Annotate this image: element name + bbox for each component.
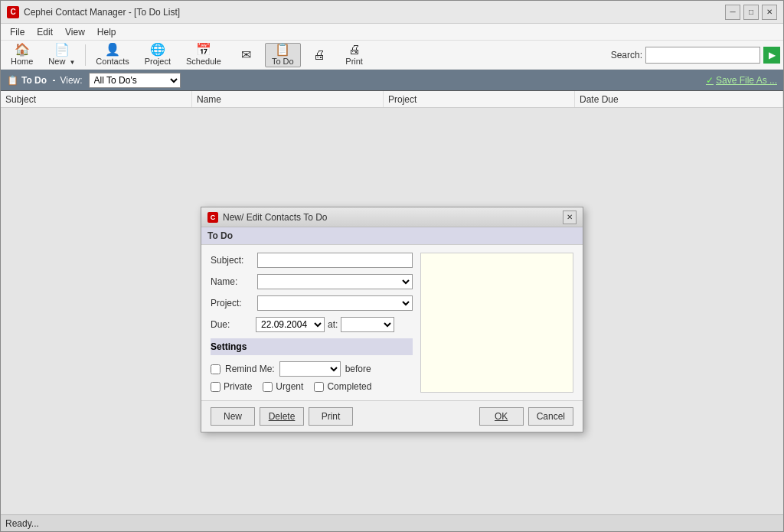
before-label: before xyxy=(345,364,371,374)
new-button[interactable]: 📄 New ▼ xyxy=(41,43,82,67)
private-label: Private xyxy=(224,381,252,392)
dialog-title: New/ Edit Contacts To Do xyxy=(223,212,563,223)
name-row: Name: xyxy=(211,274,413,289)
due-label: Due: xyxy=(211,319,253,330)
contacts-button[interactable]: 👤 Contacts xyxy=(89,43,136,67)
todo-button[interactable]: 📋 To Do xyxy=(265,43,301,67)
list-area: C New/ Edit Contacts To Do ✕ To Do Subje… xyxy=(1,108,783,531)
schedule-button[interactable]: 📅 Schedule xyxy=(179,43,228,67)
dialog-form: Subject: Name: xyxy=(211,253,413,393)
printer-icon: 🖨 xyxy=(313,49,325,61)
menu-edit[interactable]: Edit xyxy=(31,25,59,39)
completed-option: Completed xyxy=(314,381,371,392)
dialog-body: Subject: Name: xyxy=(201,245,583,400)
at-time-select[interactable] xyxy=(341,317,394,332)
save-file-button[interactable]: ✓ Save File As ... xyxy=(706,75,777,86)
contacts-label: Contacts xyxy=(96,57,129,66)
home-label: Home xyxy=(11,57,33,66)
project-row: Project: xyxy=(211,295,413,311)
options-row: Private Urgent Completed xyxy=(211,381,413,392)
settings-section-header: Settings xyxy=(211,338,413,355)
print-button[interactable]: Print xyxy=(309,407,353,426)
window-controls: ─ □ ✕ xyxy=(725,5,777,20)
home-icon: 🏠 xyxy=(15,44,30,56)
new-button[interactable]: New xyxy=(211,407,255,426)
col-date-due: Date Due xyxy=(575,91,783,107)
main-content: C New/ Edit Contacts To Do ✕ To Do Subje… xyxy=(1,108,783,531)
column-headers: Subject Name Project Date Due xyxy=(1,91,783,108)
remind-label: Remind Me: xyxy=(225,364,275,374)
menu-bar: File Edit View Help xyxy=(1,24,783,41)
view-bar: 📋 To Do - View: All To Do's ✓ Save File … xyxy=(1,70,783,91)
at-label: at: xyxy=(328,319,338,330)
project-label: Project xyxy=(145,57,171,66)
subject-row: Subject: xyxy=(211,253,413,268)
search-input[interactable] xyxy=(645,47,760,64)
subject-label: Subject: xyxy=(211,255,253,266)
home-button[interactable]: 🏠 Home xyxy=(4,43,40,67)
schedule-icon: 📅 xyxy=(196,44,211,56)
name-select[interactable] xyxy=(257,274,413,289)
notes-container xyxy=(420,253,573,393)
project-button[interactable]: 🌐 Project xyxy=(138,43,178,67)
view-select[interactable]: All To Do's xyxy=(89,73,181,88)
search-area: Search: ▶ xyxy=(611,47,780,64)
view-bar-title: 📋 To Do - xyxy=(7,75,55,86)
search-label: Search: xyxy=(611,50,642,60)
subject-input[interactable] xyxy=(257,253,413,268)
col-project: Project xyxy=(384,91,575,107)
close-button[interactable]: ✕ xyxy=(762,5,777,20)
title-bar: C Cephei Contact Manager - [To Do List] … xyxy=(1,1,783,24)
window-title: Cephei Contact Manager - [To Do List] xyxy=(24,7,725,18)
project-icon: 🌐 xyxy=(150,44,165,56)
todo-section-header: To Do xyxy=(201,227,583,245)
due-date-select[interactable]: 22.09.2004 xyxy=(256,317,325,332)
app-icon: C xyxy=(7,6,19,18)
search-go-button[interactable]: ▶ xyxy=(763,47,780,64)
print-icon: 🖨 xyxy=(348,44,361,56)
print-button[interactable]: 🖨 Print xyxy=(338,43,371,67)
app-window: C Cephei Contact Manager - [To Do List] … xyxy=(0,0,784,532)
due-row: Due: 22.09.2004 at: xyxy=(211,317,413,332)
contacts-icon: 👤 xyxy=(105,44,120,56)
maximize-button[interactable]: □ xyxy=(743,5,759,20)
urgent-label: Urgent xyxy=(276,381,303,392)
minimize-button[interactable]: ─ xyxy=(725,5,740,20)
todo-label: To Do xyxy=(272,57,294,66)
remind-row: Remind Me: before xyxy=(211,361,413,377)
urgent-option: Urgent xyxy=(263,381,303,392)
ok-button[interactable]: OK xyxy=(479,407,524,426)
envelope-icon: ✉ xyxy=(241,49,251,61)
urgent-checkbox[interactable] xyxy=(263,382,273,392)
separator-1 xyxy=(85,44,86,66)
menu-view[interactable]: View xyxy=(59,25,91,39)
print-label: Print xyxy=(345,57,363,66)
col-subject: Subject xyxy=(1,91,192,107)
notes-textarea[interactable] xyxy=(420,253,573,393)
new-label: New ▼ xyxy=(48,57,75,66)
project-select[interactable] xyxy=(257,295,413,311)
col-name: Name xyxy=(192,91,384,107)
envelope-button[interactable]: ✉ xyxy=(230,43,263,67)
dialog: C New/ Edit Contacts To Do ✕ To Do Subje… xyxy=(201,207,583,432)
new-icon: 📄 xyxy=(54,44,70,56)
name-label: Name: xyxy=(211,276,253,287)
delete-button[interactable]: Delete xyxy=(260,407,304,426)
remind-checkbox[interactable] xyxy=(211,364,220,374)
menu-file[interactable]: File xyxy=(4,25,31,39)
todo-icon: 📋 xyxy=(275,44,290,56)
cancel-button[interactable]: Cancel xyxy=(528,407,573,426)
private-checkbox[interactable] xyxy=(211,382,220,392)
project-label: Project: xyxy=(211,298,253,308)
completed-label: Completed xyxy=(327,381,371,392)
todo-list-icon: 📋 xyxy=(7,75,18,86)
dialog-close-button[interactable]: ✕ xyxy=(563,211,577,224)
toolbar: 🏠 Home 📄 New ▼ 👤 Contacts 🌐 Project 📅 Sc… xyxy=(1,41,783,70)
completed-checkbox[interactable] xyxy=(314,382,324,392)
modal-overlay: C New/ Edit Contacts To Do ✕ To Do Subje… xyxy=(1,108,783,531)
schedule-label: Schedule xyxy=(186,57,221,66)
remind-select[interactable] xyxy=(279,361,341,377)
view-label: View: xyxy=(60,75,82,86)
menu-help[interactable]: Help xyxy=(91,25,122,39)
printer-button[interactable]: 🖨 xyxy=(302,43,336,67)
